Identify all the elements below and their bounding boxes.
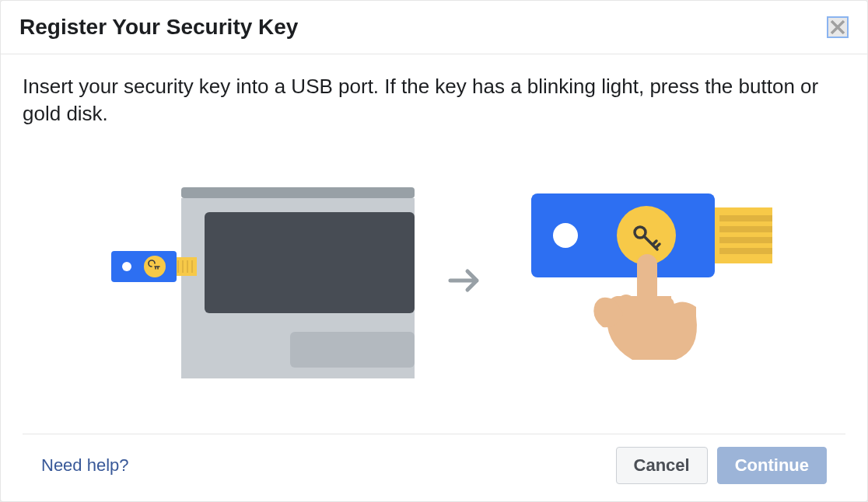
dialog-header: Register Your Security Key — [1, 1, 867, 54]
register-security-key-dialog: Register Your Security Key Insert your s… — [0, 0, 868, 502]
dialog-title: Register Your Security Key — [19, 15, 298, 40]
svg-rect-3 — [290, 332, 415, 368]
close-icon — [831, 20, 845, 34]
close-button[interactable] — [827, 16, 849, 38]
need-help-link[interactable]: Need help? — [41, 455, 129, 476]
svg-rect-14 — [719, 226, 772, 232]
svg-rect-16 — [719, 248, 772, 254]
illustration-area — [23, 159, 845, 434]
svg-rect-0 — [181, 187, 415, 198]
dialog-footer: Need help? Cancel Continue — [23, 434, 845, 501]
press-key-illustration — [516, 180, 796, 382]
footer-buttons: Cancel Continue — [616, 447, 827, 484]
instruction-text: Insert your security key into a USB port… — [23, 73, 845, 127]
continue-button[interactable]: Continue — [717, 447, 827, 484]
svg-rect-2 — [205, 212, 415, 313]
svg-rect-4 — [173, 257, 197, 276]
svg-point-18 — [553, 223, 578, 248]
svg-rect-15 — [719, 237, 772, 243]
svg-rect-13 — [719, 215, 772, 221]
arrow-right-icon — [446, 265, 485, 296]
dialog-body: Insert your security key into a USB port… — [1, 54, 867, 434]
svg-point-10 — [122, 262, 131, 271]
cancel-button[interactable]: Cancel — [616, 447, 708, 484]
insert-key-illustration — [72, 180, 415, 382]
